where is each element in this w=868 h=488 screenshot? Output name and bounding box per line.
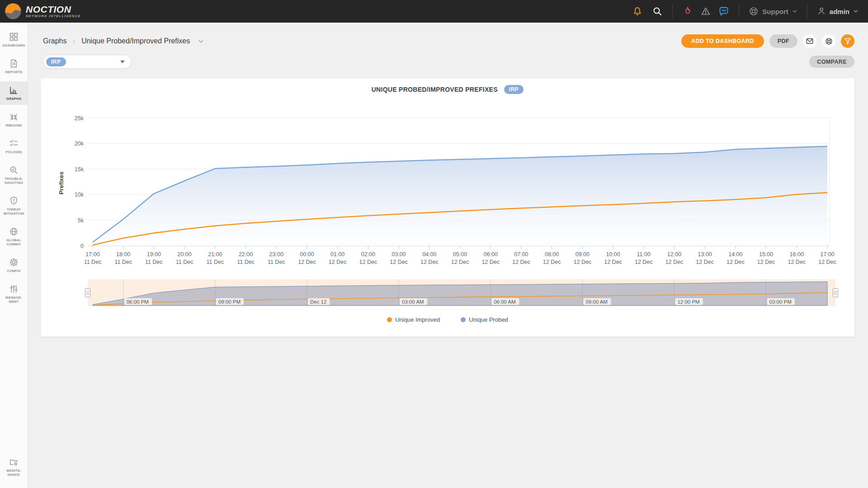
folder-gear-icon <box>9 457 19 467</box>
svg-text:13:0012 Dec: 13:0012 Dec <box>696 251 714 265</box>
brush-handle-right[interactable] <box>833 289 838 297</box>
svg-text:19:0011 Dec: 19:0011 Dec <box>145 251 163 265</box>
topbar-divider <box>807 5 807 18</box>
dashboard-grid-icon <box>9 32 19 42</box>
svg-text:03:00 AM: 03:00 AM <box>402 299 424 305</box>
svg-text:01:0012 Dec: 01:0012 Dec <box>329 251 347 265</box>
sliders-icon <box>9 284 19 294</box>
svg-text:07:0012 Dec: 07:0012 Dec <box>512 251 530 265</box>
sidebar-item-graphs[interactable]: GRAPHS <box>0 81 28 105</box>
svg-text:17:0012 Dec: 17:0012 Dec <box>818 251 836 265</box>
legend-dot-icon <box>461 317 466 322</box>
lifebuoy-icon <box>748 6 759 17</box>
brand-tagline: NETWORK INTELLIGENCE <box>26 14 81 18</box>
report-document-icon <box>9 59 19 68</box>
support-label: Support <box>762 8 788 15</box>
svg-text:09:00 PM: 09:00 PM <box>218 299 241 305</box>
svg-text:10:0012 Dec: 10:0012 Dec <box>604 251 622 265</box>
legend-item[interactable]: Unique Probed <box>461 316 508 323</box>
page-header: Graphs › Unique Probed/Improved Prefixes… <box>28 23 868 48</box>
notifications-bell-icon[interactable] <box>632 5 643 17</box>
user-label: admin <box>830 8 849 15</box>
svg-text:09:00 AM: 09:00 AM <box>585 299 608 305</box>
svg-text:22:0011 Dec: 22:0011 Dec <box>237 251 255 265</box>
add-to-dashboard-button[interactable]: ADD TO DASHBOARD <box>681 34 764 48</box>
irp-chip: IRP <box>46 57 66 66</box>
svg-text:08:0012 Dec: 08:0012 Dec <box>543 251 561 265</box>
sidebar-item-dashboard[interactable]: DASHBOARD <box>0 28 28 52</box>
pdf-button[interactable]: PDF <box>769 34 797 48</box>
main-content: Graphs › Unique Probed/Improved Prefixes… <box>28 23 868 488</box>
filter-button[interactable] <box>841 34 854 48</box>
sidebar-item-troubleshooting[interactable]: TROUBLE- SHOOTING <box>0 161 28 189</box>
topbar: NOCTION NETWORK INTELLIGENCE <box>0 0 868 23</box>
page-title: Unique Probed/Improved Prefixes <box>81 37 190 45</box>
svg-text:20k: 20k <box>75 141 84 147</box>
brand-name: NOCTION <box>26 5 81 14</box>
svg-text:06:00 AM: 06:00 AM <box>494 299 516 305</box>
sidebar-item-policies[interactable]: POLICIES <box>0 135 28 158</box>
svg-text:11:0012 Dec: 11:0012 Dec <box>635 251 653 265</box>
svg-text:06:00 PM: 06:00 PM <box>127 299 149 305</box>
funnel-icon <box>844 37 852 45</box>
irp-filter-dropdown[interactable]: IRP <box>43 55 132 69</box>
chevron-down-icon <box>853 8 859 14</box>
filter-row: IRP COMPARE <box>28 48 868 69</box>
compare-button[interactable]: COMPARE <box>809 56 854 68</box>
shield-alert-icon <box>9 196 19 206</box>
breadcrumb: Graphs › Unique Probed/Improved Prefixes <box>43 37 205 45</box>
user-menu[interactable]: admin <box>816 6 859 16</box>
sidebar: DASHBOARD REPORTS GRAPHS INBOUND POLICIE… <box>0 23 28 488</box>
sidebar-spacer <box>0 311 28 453</box>
svg-text:02:0012 Dec: 02:0012 Dec <box>359 251 377 265</box>
svg-text:21:0011 Dec: 21:0011 Dec <box>206 251 224 265</box>
help-button[interactable] <box>822 34 835 48</box>
brand-logo[interactable]: NOCTION NETWORK INTELLIGENCE <box>5 3 81 20</box>
svg-text:23:0011 Dec: 23:0011 Dec <box>268 251 285 265</box>
svg-text:15:0012 Dec: 15:0012 Dec <box>757 251 775 265</box>
dropdown-caret-icon <box>120 61 125 63</box>
diagnostic-search-icon <box>9 165 19 175</box>
chat-icon[interactable] <box>718 5 730 17</box>
svg-text:03:00 PM: 03:00 PM <box>769 299 792 305</box>
email-button[interactable] <box>803 34 816 48</box>
envelope-icon <box>806 37 814 45</box>
title-dropdown-caret-icon[interactable] <box>197 38 205 45</box>
support-menu[interactable]: Support <box>748 6 798 17</box>
legend-label: Unique Probed <box>469 316 508 323</box>
sidebar-item-config[interactable]: CONFIG <box>0 253 28 277</box>
user-icon <box>816 6 826 16</box>
svg-text:09:0012 Dec: 09:0012 Dec <box>574 251 592 265</box>
sidebar-item-inbound[interactable]: INBOUND <box>0 108 28 131</box>
brush-handle-left[interactable] <box>85 289 90 297</box>
svg-text:Prefixes: Prefixes <box>58 172 65 195</box>
sidebar-item-management[interactable]: MANAGE- MENT <box>0 280 28 308</box>
sidebar-item-global-commit[interactable]: GLOBAL COMMIT <box>0 223 28 250</box>
sidebar-item-threat-mitigation[interactable]: THREAT MITIGATION <box>0 192 28 220</box>
svg-text:17:0011 Dec: 17:0011 Dec <box>84 251 102 265</box>
sidebar-item-maintenance[interactable]: MAINTE- NANCE <box>0 453 28 481</box>
svg-text:03:0012 Dec: 03:0012 Dec <box>390 251 408 265</box>
breadcrumb-graphs-link[interactable]: Graphs <box>43 37 66 45</box>
svg-text:05:0012 Dec: 05:0012 Dec <box>451 251 469 265</box>
legend-item[interactable]: Unique Improved <box>387 316 440 323</box>
svg-text:16:0012 Dec: 16:0012 Dec <box>788 251 806 265</box>
svg-text:00:0012 Dec: 00:0012 Dec <box>298 251 316 265</box>
lifebuoy-icon <box>825 37 833 46</box>
svg-text:14:0012 Dec: 14:0012 Dec <box>726 251 745 265</box>
checklist-icon <box>9 139 19 148</box>
alerts-warning-icon[interactable] <box>700 5 712 17</box>
svg-text:15k: 15k <box>75 166 84 173</box>
svg-text:Dec 12: Dec 12 <box>310 299 326 305</box>
svg-text:12:00 PM: 12:00 PM <box>677 299 699 305</box>
chart-legend: Unique ImprovedUnique Probed <box>41 316 854 323</box>
gear-icon <box>9 258 19 267</box>
search-icon[interactable] <box>651 5 663 17</box>
flowspec-flame-icon[interactable] <box>682 5 693 17</box>
svg-text:5k: 5k <box>78 217 84 224</box>
svg-text:18:0011 Dec: 18:0011 Dec <box>114 251 132 265</box>
legend-dot-icon <box>387 317 392 322</box>
bar-chart-icon <box>9 85 19 95</box>
sidebar-item-reports[interactable]: REPORTS <box>0 55 28 78</box>
header-actions: ADD TO DASHBOARD PDF <box>681 34 854 48</box>
